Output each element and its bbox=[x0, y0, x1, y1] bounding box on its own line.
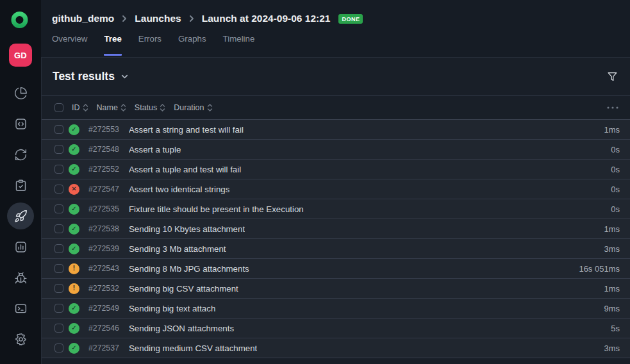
table-row[interactable]: ✓#272553Assert a string and test will fa… bbox=[42, 120, 630, 140]
sidebar-item-launches[interactable] bbox=[7, 203, 34, 229]
test-duration: 0s bbox=[611, 165, 630, 174]
filter-icon[interactable] bbox=[606, 70, 618, 83]
row-checkbox[interactable] bbox=[54, 185, 63, 194]
status-passed-icon: ✓ bbox=[69, 303, 79, 314]
status-passed-icon: ✓ bbox=[69, 124, 79, 135]
row-checkbox[interactable] bbox=[54, 145, 63, 154]
column-label: Name bbox=[97, 103, 118, 112]
status-badge: DONE bbox=[338, 14, 363, 24]
sort-icon[interactable] bbox=[160, 103, 165, 112]
bar-chart-square-icon bbox=[14, 240, 28, 254]
test-id: #272537 bbox=[88, 343, 123, 352]
sidebar-item-settings[interactable] bbox=[7, 326, 34, 352]
table-row[interactable]: ✓#272546Sending JSON attachments5s bbox=[42, 318, 630, 338]
sidebar-item-code[interactable] bbox=[7, 110, 34, 137]
test-name[interactable]: Sending 8 Mb JPG attachments bbox=[129, 264, 249, 274]
row-checkbox[interactable] bbox=[54, 343, 63, 352]
test-duration: 9ms bbox=[604, 304, 630, 313]
breadcrumb-project[interactable]: github_demo bbox=[52, 13, 114, 24]
title-row: Test results bbox=[42, 58, 630, 96]
top-header: github_demo Launches Launch at 2024-09-0… bbox=[41, 0, 630, 58]
column-header-id[interactable]: ID bbox=[72, 103, 88, 112]
test-id: #272538 bbox=[88, 224, 123, 233]
avatar[interactable]: GD bbox=[9, 44, 32, 67]
breadcrumb-launch[interactable]: Launch at 2024-09-06 12:21 bbox=[202, 13, 331, 24]
row-checkbox[interactable] bbox=[54, 284, 63, 293]
table-row[interactable]: !#272532Sending big CSV attachment1ms bbox=[42, 279, 630, 299]
row-checkbox[interactable] bbox=[54, 165, 63, 174]
page-title[interactable]: Test results bbox=[53, 70, 115, 83]
table-row[interactable]: !#272543Sending 8 Mb JPG attachments16s … bbox=[42, 259, 630, 279]
table-row[interactable]: ✓#272537Sending medium CSV attachment3ms bbox=[42, 338, 630, 358]
table-row[interactable]: ✓#272549Sending big text attach9ms bbox=[42, 299, 630, 318]
status-passed-icon: ✓ bbox=[69, 144, 79, 155]
row-checkbox[interactable] bbox=[54, 264, 63, 273]
sort-icon[interactable] bbox=[207, 103, 213, 112]
breadcrumb: github_demo Launches Launch at 2024-09-0… bbox=[52, 13, 615, 24]
status-broken-icon: ! bbox=[69, 283, 79, 294]
test-id: #272532 bbox=[88, 284, 123, 293]
table-row[interactable]: ✓#272535Fixture title should be present … bbox=[42, 199, 630, 219]
table-row[interactable]: ✓#272538Sending 10 Kbytes attachment1ms bbox=[42, 219, 630, 239]
breadcrumb-launches[interactable]: Launches bbox=[135, 13, 181, 24]
row-checkbox[interactable] bbox=[54, 204, 63, 213]
clipboard-check-icon bbox=[14, 179, 28, 192]
test-id: #272543 bbox=[88, 264, 123, 273]
sort-icon[interactable] bbox=[120, 103, 126, 112]
tab-graphs[interactable]: Graphs bbox=[178, 33, 206, 56]
status-failed-icon: ✕ bbox=[69, 184, 79, 195]
test-name[interactable]: Assert a string and test will fail bbox=[129, 125, 244, 135]
test-id: #272552 bbox=[88, 165, 123, 174]
table-row[interactable]: ✓#272548Assert a tuple0s bbox=[42, 140, 630, 160]
sidebar-item-jobs[interactable] bbox=[7, 141, 34, 168]
test-id: #272547 bbox=[88, 185, 123, 194]
status-passed-icon: ✓ bbox=[69, 164, 79, 175]
sort-icon[interactable] bbox=[83, 103, 88, 112]
table-row[interactable]: ✕#272547Assert two identical strings0s bbox=[42, 179, 630, 199]
test-name[interactable]: Sending big text attach bbox=[129, 304, 215, 313]
row-checkbox[interactable] bbox=[54, 244, 63, 253]
test-name[interactable]: Sending big CSV attachment bbox=[129, 284, 238, 294]
row-checkbox[interactable] bbox=[54, 224, 63, 233]
test-name[interactable]: Assert two identical strings bbox=[129, 185, 229, 194]
column-header-name[interactable]: Name bbox=[97, 103, 126, 112]
sidebar: GD bbox=[0, 0, 41, 364]
status-passed-icon: ✓ bbox=[69, 224, 79, 235]
tab-timeline[interactable]: Timeline bbox=[223, 33, 255, 56]
tab-errors[interactable]: Errors bbox=[138, 33, 162, 56]
select-all-checkbox[interactable] bbox=[54, 103, 63, 112]
tab-tree[interactable]: Tree bbox=[104, 33, 121, 56]
more-options-icon[interactable] bbox=[607, 106, 630, 109]
sidebar-item-dashboards[interactable] bbox=[7, 79, 34, 106]
tab-overview[interactable]: Overview bbox=[52, 33, 87, 56]
row-checkbox[interactable] bbox=[54, 125, 63, 134]
sync-icon bbox=[14, 148, 28, 161]
sidebar-item-console[interactable] bbox=[7, 295, 34, 322]
table-row[interactable]: ✓#272539Sending 3 Mb attachment3ms bbox=[42, 239, 630, 259]
test-name[interactable]: Assert a tuple bbox=[129, 145, 181, 154]
row-checkbox[interactable] bbox=[54, 324, 63, 333]
chevron-down-icon[interactable] bbox=[120, 72, 129, 81]
row-checkbox[interactable] bbox=[54, 304, 63, 313]
test-name[interactable]: Assert a tuple and test will fail bbox=[129, 165, 241, 174]
test-duration: 3ms bbox=[604, 244, 630, 254]
test-duration: 1ms bbox=[604, 224, 630, 234]
test-name[interactable]: Sending 3 Mb attachment bbox=[129, 244, 226, 254]
status-broken-icon: ! bbox=[69, 263, 79, 274]
test-name[interactable]: Sending JSON attachments bbox=[129, 324, 234, 333]
sidebar-item-defects[interactable] bbox=[7, 264, 34, 291]
test-name[interactable]: Sending medium CSV attachment bbox=[129, 343, 257, 353]
sidebar-item-test-plans[interactable] bbox=[7, 172, 34, 199]
content: Test results ID Name Status bbox=[41, 58, 630, 364]
column-label: Status bbox=[135, 103, 157, 112]
bug-icon bbox=[14, 271, 28, 285]
sidebar-item-analytics[interactable] bbox=[7, 233, 34, 260]
column-label: ID bbox=[72, 103, 80, 112]
test-name[interactable]: Sending 10 Kbytes attachment bbox=[129, 224, 245, 234]
test-name[interactable]: Fixture title should be present in the E… bbox=[129, 204, 304, 214]
test-id: #272546 bbox=[88, 324, 123, 333]
column-header-duration[interactable]: Duration bbox=[174, 103, 212, 112]
table-row[interactable]: ✓#272552Assert a tuple and test will fai… bbox=[42, 160, 630, 179]
allure-logo-icon[interactable] bbox=[8, 8, 33, 32]
column-header-status[interactable]: Status bbox=[135, 103, 165, 112]
